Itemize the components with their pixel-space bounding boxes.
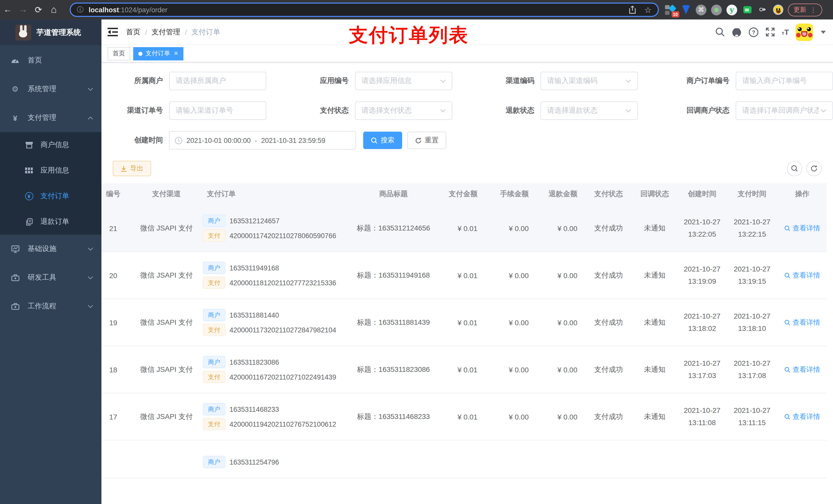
browser-update-button[interactable]: 更新⋮	[788, 3, 822, 16]
cell-channel: 微信 JSAPI 支付	[133, 346, 200, 393]
breadcrumb-payment[interactable]: 支付管理	[152, 27, 180, 37]
logo-image	[15, 24, 31, 40]
avatar-dropdown-icon[interactable]	[821, 30, 826, 33]
sidebar-item-workflow[interactable]: 工作流程	[0, 292, 101, 321]
cell-refund: ¥ 0.00	[537, 393, 586, 440]
cell-pay-status: 支付成功	[586, 393, 632, 440]
dashboard-icon	[11, 56, 20, 65]
cell-pay-time: 2021-10-2713:11:15	[727, 393, 778, 440]
extension-y-icon[interactable]: y	[727, 4, 737, 15]
extension-chat-icon[interactable]	[742, 4, 753, 15]
cell-title: 标题：1635311823086	[353, 346, 434, 393]
search-icon[interactable]	[715, 27, 725, 37]
cell-pay-order: 商户1635311881440 支付4200001173202110272847…	[200, 299, 353, 346]
placeholder: 请选择应用信息	[361, 76, 438, 86]
shop-icon	[25, 141, 33, 149]
table-row[interactable]: 19 微信 JSAPI 支付 商户1635311881440 支付4200001…	[101, 299, 827, 346]
view-detail-link[interactable]: 查看详情	[784, 318, 820, 327]
github-icon[interactable]	[732, 27, 742, 37]
app-logo[interactable]: 芋道管理系统	[0, 20, 101, 45]
screen: ← → ⟳ ⌂ ⓘ localhost:1024/pay/order ☆ 10 …	[0, 0, 833, 504]
fullscreen-icon[interactable]	[765, 27, 775, 37]
refund-status-select[interactable]: 请选择退款状态	[541, 101, 638, 120]
filter-merchant: 所属商户 请选择所属商户	[113, 72, 266, 90]
placeholder: 请输入商户订单编号	[742, 76, 826, 86]
bookmark-star-icon[interactable]: ☆	[644, 5, 652, 15]
table-row[interactable]: 20 微信 JSAPI 支付 商户1635311949168 支付4200001…	[101, 252, 827, 299]
cell-pay-status: 支付成功	[586, 252, 632, 299]
avatar[interactable]	[795, 23, 813, 41]
sidebar-item-merchant-info[interactable]: 商户信息	[0, 132, 101, 158]
help-icon[interactable]: ?	[748, 27, 759, 37]
cell-pay-time: 2021-10-2713:18:10	[727, 299, 778, 346]
sidebar-item-app-info[interactable]: 应用信息	[0, 158, 101, 183]
merchant-input[interactable]: 请选择所属商户	[169, 72, 266, 90]
placeholder: 请选择所属商户	[176, 76, 260, 86]
breadcrumb-home[interactable]: 首页	[126, 27, 140, 37]
view-detail-link[interactable]: 查看详情	[784, 271, 820, 280]
cell-pay-order: 商户1635311949168 支付4200001181202110277723…	[200, 252, 353, 299]
site-info-icon[interactable]: ⓘ	[77, 5, 84, 14]
table-row[interactable]: 21 微信 JSAPI 支付 商户1635312124657 支付4200001…	[101, 205, 827, 252]
tag-pay-order[interactable]: 支付订单✕	[133, 47, 184, 60]
extension-dot-icon[interactable]	[711, 4, 722, 15]
cell-pay-time: 2021-10-2713:17:08	[727, 346, 778, 393]
extension-kite-icon[interactable]	[680, 4, 691, 15]
sidebar-item-label: 研发工具	[28, 273, 56, 282]
cell-fee: ¥ 0.00	[486, 252, 537, 299]
extensions-puzzle-icon[interactable]: ⚩	[757, 4, 768, 15]
browser-back-icon[interactable]: ←	[0, 5, 15, 15]
filter-create-time: 创建时间 2021-10-01 00:00:00 - 2021-10-31 23…	[113, 131, 356, 149]
channel-code-select[interactable]: 请输入渠道编码	[541, 72, 638, 90]
sidebar-item-dev-tools[interactable]: 研发工具	[0, 263, 101, 292]
app-id-select[interactable]: 请选择应用信息	[355, 72, 452, 90]
export-button[interactable]: 导出	[113, 161, 151, 176]
browser-home-icon[interactable]: ⌂	[46, 4, 62, 15]
pay-no: 4200001167202110271022491439	[230, 373, 336, 381]
pay-status-select[interactable]: 请选择支付状态	[355, 101, 452, 120]
browser-forward-icon[interactable]: →	[15, 5, 31, 15]
table-row[interactable]: 17 微信 JSAPI 支付 商户1635311468233 支付4200001…	[101, 393, 827, 440]
share-icon[interactable]	[628, 6, 636, 14]
sidebar-item-home[interactable]: 首页	[0, 46, 101, 75]
sidebar-fold-icon[interactable]	[108, 28, 118, 37]
extension-grid-icon[interactable]: 10	[665, 4, 676, 15]
sidebar-item-pay-order[interactable]: ¥ 支付订单	[0, 183, 101, 209]
merchant-order-no-input[interactable]: 请输入商户订单编号	[736, 72, 833, 90]
address-bar[interactable]: ⓘ localhost:1024/pay/order ☆	[70, 3, 659, 17]
update-label: 更新	[793, 5, 806, 14]
extension-command-icon[interactable]: ⌘	[696, 4, 707, 15]
reset-button[interactable]: 重置	[407, 131, 446, 149]
table-row-partial[interactable]: 商户1635311254796	[101, 440, 827, 478]
date-range-input[interactable]: 2021-10-01 00:00:00 - 2021-10-31 23:59:5…	[169, 131, 356, 149]
cell-notify-status: 未通知	[632, 393, 678, 440]
browser-menu-icon[interactable]: ⋮	[810, 6, 817, 14]
channel-order-no-input[interactable]: 请输入渠道订单号	[169, 101, 266, 120]
date-end: 2021-10-31 23:59:59	[261, 137, 325, 144]
cell-amount: ¥ 0.01	[434, 205, 486, 252]
browser-reload-icon[interactable]: ⟳	[31, 4, 46, 15]
cell-actions: 查看详情	[778, 346, 827, 393]
view-detail-link[interactable]: 查看详情	[784, 412, 820, 421]
sidebar-item-infrastructure[interactable]: 基础设施	[0, 235, 101, 263]
view-detail-link[interactable]: 查看详情	[784, 365, 820, 374]
notify-status-select[interactable]: 请选择订单回调商户状态	[736, 101, 833, 120]
profile-emoji-icon[interactable]	[772, 4, 783, 15]
cell-pay-order: 商户1635311254796	[200, 440, 353, 478]
orders-table: 编号 支付渠道 支付订单 商品标题 支付金额 手续金额 退款金额 支付状态 回调…	[101, 183, 827, 478]
cell-pay-status: 支付成功	[586, 205, 632, 252]
search-button[interactable]: 搜索	[363, 131, 402, 149]
refresh-button[interactable]	[806, 161, 822, 176]
placeholder: 请输入渠道编码	[547, 76, 623, 86]
close-icon[interactable]: ✕	[174, 50, 178, 57]
sidebar-item-system[interactable]: ⚙ 系统管理	[0, 75, 101, 103]
show-search-button[interactable]	[787, 161, 802, 176]
sidebar-item-payment[interactable]: ¥ 支付管理	[0, 103, 101, 132]
filter-label: 退款状态	[484, 106, 541, 115]
tag-home[interactable]: 首页	[108, 47, 130, 60]
font-size-icon[interactable]: тT	[782, 28, 789, 37]
view-detail-link[interactable]: 查看详情	[784, 223, 820, 233]
table-row[interactable]: 18 微信 JSAPI 支付 商户1635311823086 支付4200001…	[101, 346, 827, 393]
sidebar-item-refund-order[interactable]: 退款订单	[0, 209, 101, 235]
sidebar-item-label: 支付管理	[28, 113, 56, 122]
